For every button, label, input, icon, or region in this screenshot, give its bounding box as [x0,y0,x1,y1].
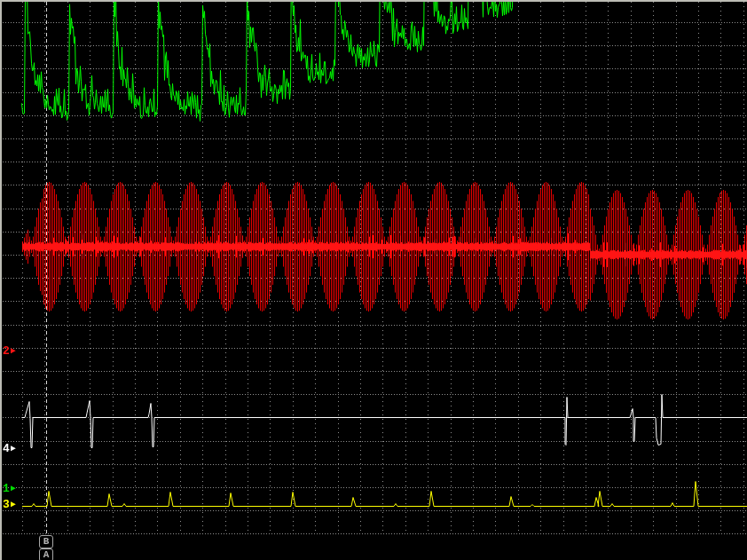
window-border-left [0,0,2,560]
window-border-top [0,0,747,2]
channel-2-arrow-icon: ► [11,344,16,358]
channel-4-position-marker[interactable]: 4► [3,442,16,455]
channel-3-arrow-icon: ► [11,498,16,511]
channel-1-position-marker[interactable]: 1► [3,482,16,495]
channel-3-label: 3 [3,498,10,511]
trigger-b-marker[interactable]: B [39,535,53,548]
channel-2-position-marker[interactable]: 2► [3,344,16,358]
channel-1-arrow-icon: ► [11,482,16,495]
channel-4-arrow-icon: ► [11,442,16,455]
trigger-a-marker[interactable]: A [39,548,53,560]
channel-4-label: 4 [3,442,10,455]
channel-1-label: 1 [3,482,10,495]
channel-3-position-marker[interactable]: 3► [3,498,16,511]
channel-2-label: 2 [3,344,10,358]
waveform-display [0,0,747,560]
oscilloscope-screen: 2► 4► 1► 3► B A [0,0,747,560]
